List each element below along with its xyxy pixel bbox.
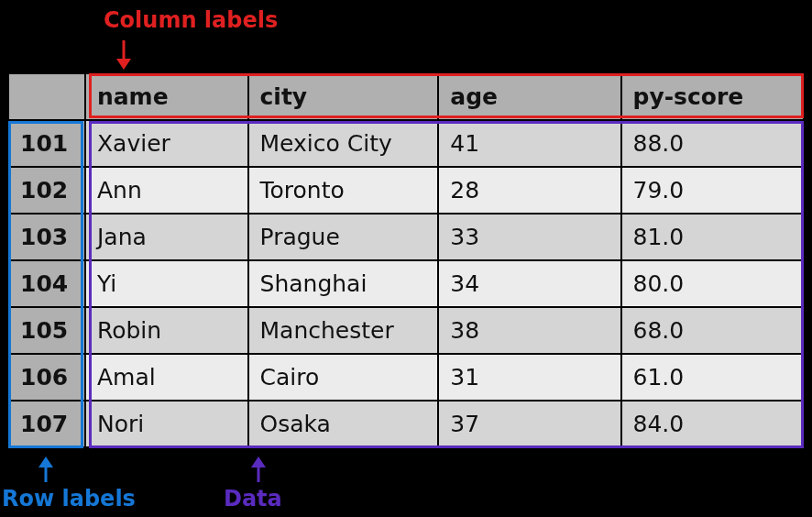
cell-age: 34 (438, 260, 620, 307)
cell-py-score: 68.0 (621, 307, 804, 354)
row-index: 101 (8, 120, 85, 167)
col-header-city: city (248, 73, 439, 120)
table-row: 106 Amal Cairo 31 61.0 (8, 354, 804, 401)
cell-name: Nori (85, 401, 248, 447)
table-row: 107 Nori Osaka 37 84.0 (8, 401, 804, 447)
cell-name: Amal (85, 354, 248, 401)
svg-marker-5 (251, 456, 266, 468)
cell-py-score: 79.0 (621, 167, 804, 214)
cell-age: 38 (438, 307, 620, 354)
cell-age: 33 (438, 214, 620, 260)
cell-py-score: 80.0 (621, 260, 804, 307)
cell-name: Ann (85, 167, 248, 214)
cell-city: Prague (248, 214, 439, 260)
svg-marker-1 (116, 59, 131, 70)
arrow-up-icon (247, 456, 269, 484)
annotation-row-labels: Row labels (2, 486, 136, 512)
diagram-stage: Column labels name city age py-score 101… (0, 0, 812, 517)
cell-py-score: 84.0 (621, 401, 804, 447)
row-index: 102 (8, 167, 85, 214)
svg-marker-3 (38, 456, 53, 468)
cell-city: Manchester (248, 307, 439, 354)
cell-py-score: 61.0 (621, 354, 804, 401)
row-index: 105 (8, 307, 85, 354)
dataframe-table: name city age py-score 101 Xavier Mexico… (7, 72, 805, 448)
cell-name: Yi (85, 260, 248, 307)
cell-age: 28 (438, 167, 620, 214)
row-index: 104 (8, 260, 85, 307)
cell-age: 41 (438, 120, 620, 167)
col-header-name: name (85, 73, 248, 120)
cell-name: Jana (85, 214, 248, 260)
cell-city: Shanghai (248, 260, 439, 307)
col-header-py-score: py-score (621, 73, 804, 120)
cell-py-score: 88.0 (621, 120, 804, 167)
row-index: 103 (8, 214, 85, 260)
annotation-data: Data (224, 486, 282, 512)
cell-age: 31 (438, 354, 620, 401)
table-row: 103 Jana Prague 33 81.0 (8, 214, 804, 260)
cell-py-score: 81.0 (621, 214, 804, 260)
table-row: 104 Yi Shanghai 34 80.0 (8, 260, 804, 307)
table-header-row: name city age py-score (8, 73, 804, 120)
cell-age: 37 (438, 401, 620, 447)
cell-name: Robin (85, 307, 248, 354)
col-header-age: age (438, 73, 620, 120)
cell-city: Osaka (248, 401, 439, 447)
table-row: 105 Robin Manchester 38 68.0 (8, 307, 804, 354)
table-row: 101 Xavier Mexico City 41 88.0 (8, 120, 804, 167)
table-row: 102 Ann Toronto 28 79.0 (8, 167, 804, 214)
arrow-up-icon (35, 456, 57, 484)
cell-city: Cairo (248, 354, 439, 401)
cell-city: Mexico City (248, 120, 439, 167)
row-index: 106 (8, 354, 85, 401)
arrow-down-icon (113, 38, 135, 72)
cell-city: Toronto (248, 167, 439, 214)
row-index: 107 (8, 401, 85, 447)
index-corner-cell (8, 73, 85, 120)
annotation-column-labels: Column labels (104, 7, 278, 33)
cell-name: Xavier (85, 120, 248, 167)
